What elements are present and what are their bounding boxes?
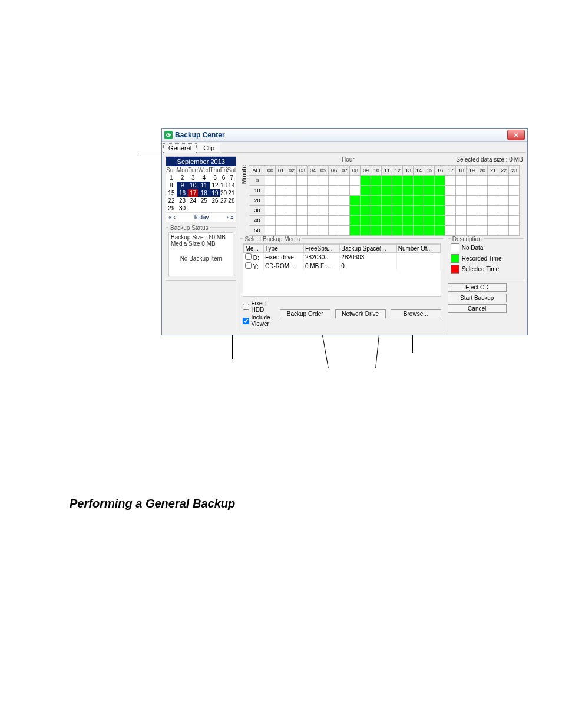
time-cell[interactable] xyxy=(498,176,509,186)
hour-header-cell[interactable]: 15 xyxy=(424,166,435,176)
hour-header-cell[interactable]: 07 xyxy=(339,166,350,176)
time-cell[interactable] xyxy=(477,206,488,216)
calendar-day[interactable]: 3 xyxy=(188,174,198,182)
time-cell[interactable] xyxy=(286,176,297,186)
calendar-day[interactable]: 30 xyxy=(177,205,188,212)
time-cell[interactable] xyxy=(445,216,456,226)
time-cell[interactable] xyxy=(509,226,520,236)
hour-header-cell[interactable]: 13 xyxy=(403,166,414,176)
time-cell[interactable] xyxy=(414,226,424,236)
time-cell[interactable] xyxy=(392,226,403,236)
hour-header-cell[interactable]: 12 xyxy=(392,166,403,176)
today-label[interactable]: Today xyxy=(193,214,209,220)
time-cell[interactable] xyxy=(318,216,329,226)
time-cell[interactable] xyxy=(488,196,498,206)
table-row[interactable]: D:Fixed drive282030...2820303 xyxy=(244,253,440,262)
network-drive-button[interactable]: Network Drive xyxy=(335,309,386,318)
calendar-day[interactable]: 21 xyxy=(227,189,236,197)
calendar-day[interactable]: 17 xyxy=(188,189,198,197)
calendar-grid[interactable]: SunMonTueWedThuFriSat1234567891011121314… xyxy=(166,166,236,212)
calendar-day[interactable]: 23 xyxy=(177,197,188,205)
time-cell[interactable] xyxy=(509,206,520,216)
calendar-day[interactable] xyxy=(210,205,220,212)
hour-header-cell[interactable]: 16 xyxy=(435,166,445,176)
calendar-day[interactable]: 25 xyxy=(198,197,210,205)
hour-header-cell[interactable]: 05 xyxy=(318,166,329,176)
hour-header-cell[interactable]: 10 xyxy=(371,166,382,176)
time-cell[interactable] xyxy=(477,196,488,206)
calendar-day[interactable]: 13 xyxy=(220,182,227,189)
time-cell[interactable] xyxy=(488,206,498,216)
time-cell[interactable] xyxy=(445,226,456,236)
time-cell[interactable] xyxy=(286,226,297,236)
time-cell[interactable] xyxy=(509,186,520,196)
time-cell[interactable] xyxy=(467,216,477,226)
include-viewer-option[interactable]: Include Viewer xyxy=(243,314,270,327)
calendar-day[interactable]: 7 xyxy=(227,174,236,182)
time-cell[interactable] xyxy=(350,216,361,226)
time-cell[interactable] xyxy=(318,196,329,206)
time-cell[interactable] xyxy=(371,186,382,196)
time-cell[interactable] xyxy=(329,206,339,216)
calendar-day[interactable]: 19 xyxy=(210,189,220,197)
calendar-day[interactable] xyxy=(220,205,227,212)
hour-header-cell[interactable]: 11 xyxy=(382,166,392,176)
time-cell[interactable] xyxy=(318,206,329,216)
time-cell[interactable] xyxy=(297,216,308,226)
time-cell[interactable] xyxy=(308,206,318,216)
time-cell[interactable] xyxy=(509,176,520,186)
include-viewer-checkbox[interactable] xyxy=(243,318,249,324)
time-cell[interactable] xyxy=(286,206,297,216)
calendar-day[interactable]: 18 xyxy=(198,189,210,197)
time-cell[interactable] xyxy=(297,226,308,236)
time-cell[interactable] xyxy=(318,226,329,236)
time-cell[interactable] xyxy=(361,186,371,196)
time-cell[interactable] xyxy=(276,196,286,206)
time-cell[interactable] xyxy=(361,196,371,206)
time-cell[interactable] xyxy=(456,216,467,226)
calendar-day[interactable] xyxy=(227,205,236,212)
hour-header-cell[interactable]: 22 xyxy=(498,166,509,176)
tab-clip[interactable]: Clip xyxy=(198,143,220,153)
media-column-header[interactable]: Type xyxy=(264,245,304,253)
calendar[interactable]: September 2013 SunMonTueWedThuFriSat1234… xyxy=(166,156,236,222)
browse-button[interactable]: Browse... xyxy=(391,309,441,318)
time-cell[interactable] xyxy=(308,186,318,196)
time-cell[interactable] xyxy=(498,216,509,226)
hour-header-cell[interactable]: 06 xyxy=(329,166,339,176)
time-cell[interactable] xyxy=(329,226,339,236)
time-cell[interactable] xyxy=(350,226,361,236)
time-cell[interactable] xyxy=(392,186,403,196)
hour-header-cell[interactable]: 18 xyxy=(456,166,467,176)
time-cell[interactable] xyxy=(265,176,276,186)
time-cell[interactable] xyxy=(456,176,467,186)
time-cell[interactable] xyxy=(414,216,424,226)
nav-prev[interactable]: «‹ xyxy=(168,214,176,220)
time-cell[interactable] xyxy=(339,176,350,186)
time-cell[interactable] xyxy=(488,226,498,236)
time-cell[interactable] xyxy=(477,226,488,236)
time-cell[interactable] xyxy=(467,176,477,186)
time-cell[interactable] xyxy=(339,186,350,196)
time-cell[interactable] xyxy=(382,206,392,216)
hour-header-cell[interactable]: 17 xyxy=(445,166,456,176)
minute-row-header[interactable]: 30 xyxy=(249,206,265,216)
hour-header-cell[interactable]: 21 xyxy=(488,166,498,176)
calendar-day[interactable] xyxy=(198,205,210,212)
media-column-header[interactable]: FreeSpa... xyxy=(303,245,339,253)
time-cell[interactable] xyxy=(424,196,435,206)
media-column-header[interactable]: Number Of... xyxy=(396,245,440,253)
time-cell[interactable] xyxy=(414,206,424,216)
time-cell[interactable] xyxy=(445,176,456,186)
time-cell[interactable] xyxy=(339,216,350,226)
time-cell[interactable] xyxy=(392,176,403,186)
hour-header-cell[interactable]: 23 xyxy=(509,166,520,176)
hour-header-cell[interactable]: 09 xyxy=(361,166,371,176)
time-cell[interactable] xyxy=(403,206,414,216)
time-cell[interactable] xyxy=(498,206,509,216)
time-cell[interactable] xyxy=(297,186,308,196)
time-cell[interactable] xyxy=(286,186,297,196)
time-cell[interactable] xyxy=(339,196,350,206)
tab-general[interactable]: General xyxy=(163,143,197,153)
calendar-day[interactable]: 20 xyxy=(220,189,227,197)
